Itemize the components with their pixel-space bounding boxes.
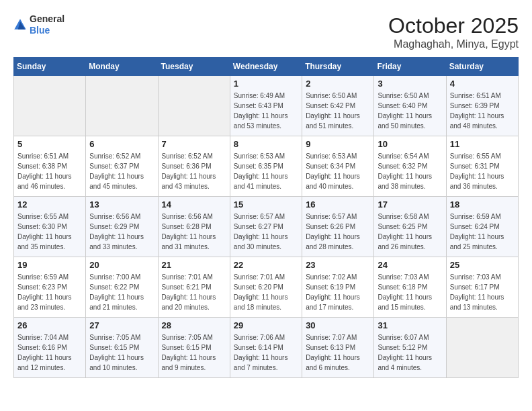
- day-info: Sunrise: 6:51 AM Sunset: 6:38 PM Dayligh…: [17, 151, 82, 191]
- day-of-week-wednesday: Wednesday: [230, 58, 302, 76]
- logo-general: General: [30, 13, 64, 25]
- day-info: Sunrise: 6:57 AM Sunset: 6:26 PM Dayligh…: [306, 212, 370, 252]
- day-info: Sunrise: 6:54 AM Sunset: 6:32 PM Dayligh…: [378, 151, 442, 191]
- page-container: General Blue October 2025 Maghaghah, Min…: [13, 13, 519, 378]
- day-info: Sunrise: 6:07 AM Sunset: 5:12 PM Dayligh…: [378, 332, 442, 373]
- calendar-cell: 20Sunrise: 7:00 AM Sunset: 6:22 PM Dayli…: [86, 257, 158, 318]
- day-info: Sunrise: 7:06 AM Sunset: 6:14 PM Dayligh…: [234, 332, 298, 373]
- calendar-cell: 7Sunrise: 6:52 AM Sunset: 6:36 PM Daylig…: [158, 136, 230, 197]
- day-of-week-saturday: Saturday: [446, 58, 518, 76]
- day-number: 19: [17, 260, 82, 270]
- calendar-cell: 13Sunrise: 6:56 AM Sunset: 6:29 PM Dayli…: [86, 197, 158, 257]
- header-row: SundayMondayTuesdayWednesdayThursdayFrid…: [14, 58, 519, 76]
- calendar-cell: 11Sunrise: 6:55 AM Sunset: 6:31 PM Dayli…: [446, 136, 518, 197]
- day-info: Sunrise: 7:01 AM Sunset: 6:21 PM Dayligh…: [162, 272, 226, 312]
- day-of-week-thursday: Thursday: [302, 58, 374, 76]
- day-info: Sunrise: 7:00 AM Sunset: 6:22 PM Dayligh…: [89, 272, 154, 312]
- calendar-cell: 18Sunrise: 6:59 AM Sunset: 6:24 PM Dayli…: [446, 197, 518, 257]
- day-info: Sunrise: 7:04 AM Sunset: 6:16 PM Dayligh…: [17, 332, 82, 373]
- calendar-cell: 6Sunrise: 6:52 AM Sunset: 6:37 PM Daylig…: [86, 136, 158, 197]
- calendar-cell: 1Sunrise: 6:49 AM Sunset: 6:43 PM Daylig…: [230, 76, 302, 136]
- calendar-cell: 26Sunrise: 7:04 AM Sunset: 6:16 PM Dayli…: [14, 318, 86, 378]
- day-info: Sunrise: 6:49 AM Sunset: 6:43 PM Dayligh…: [234, 91, 298, 131]
- calendar-cell: 30Sunrise: 7:07 AM Sunset: 6:13 PM Dayli…: [302, 318, 374, 378]
- day-number: 21: [162, 260, 226, 270]
- day-info: Sunrise: 6:51 AM Sunset: 6:39 PM Dayligh…: [450, 91, 515, 131]
- day-number: 17: [378, 199, 442, 210]
- logo-icon: [13, 18, 27, 32]
- day-info: Sunrise: 6:59 AM Sunset: 6:23 PM Dayligh…: [17, 272, 82, 312]
- day-info: Sunrise: 6:55 AM Sunset: 6:31 PM Dayligh…: [450, 151, 515, 191]
- calendar-cell: 15Sunrise: 6:57 AM Sunset: 6:27 PM Dayli…: [230, 197, 302, 257]
- title-section: October 2025 Maghaghah, Minya, Egypt: [388, 13, 519, 50]
- calendar-cell: 16Sunrise: 6:57 AM Sunset: 6:26 PM Dayli…: [302, 197, 374, 257]
- calendar-table: SundayMondayTuesdayWednesdayThursdayFrid…: [13, 57, 519, 378]
- day-of-week-tuesday: Tuesday: [158, 58, 230, 76]
- day-number: 25: [450, 260, 515, 270]
- calendar-cell: 9Sunrise: 6:53 AM Sunset: 6:34 PM Daylig…: [302, 136, 374, 197]
- day-number: 24: [378, 260, 442, 270]
- day-info: Sunrise: 6:57 AM Sunset: 6:27 PM Dayligh…: [234, 212, 298, 252]
- location-title: Maghaghah, Minya, Egypt: [388, 38, 519, 50]
- day-number: 8: [234, 139, 298, 149]
- calendar-cell: 24Sunrise: 7:03 AM Sunset: 6:18 PM Dayli…: [374, 257, 446, 318]
- calendar-cell: 25Sunrise: 7:03 AM Sunset: 6:17 PM Dayli…: [446, 257, 518, 318]
- calendar-cell: 5Sunrise: 6:51 AM Sunset: 6:38 PM Daylig…: [14, 136, 86, 197]
- day-info: Sunrise: 6:55 AM Sunset: 6:30 PM Dayligh…: [17, 212, 82, 252]
- logo-blue: Blue: [30, 25, 64, 36]
- day-number: 12: [17, 199, 82, 210]
- calendar-cell: 19Sunrise: 6:59 AM Sunset: 6:23 PM Dayli…: [14, 257, 86, 318]
- calendar-cell: 2Sunrise: 6:50 AM Sunset: 6:42 PM Daylig…: [302, 76, 374, 136]
- day-number: 14: [162, 199, 226, 210]
- day-number: 7: [162, 139, 226, 149]
- day-info: Sunrise: 7:02 AM Sunset: 6:19 PM Dayligh…: [306, 272, 370, 312]
- calendar-cell: 29Sunrise: 7:06 AM Sunset: 6:14 PM Dayli…: [230, 318, 302, 378]
- day-info: Sunrise: 6:58 AM Sunset: 6:25 PM Dayligh…: [378, 212, 442, 252]
- day-number: 23: [306, 260, 370, 270]
- calendar-cell: 28Sunrise: 7:05 AM Sunset: 6:15 PM Dayli…: [158, 318, 230, 378]
- week-row-4: 26Sunrise: 7:04 AM Sunset: 6:16 PM Dayli…: [14, 318, 519, 378]
- day-number: 9: [306, 139, 370, 149]
- header: General Blue October 2025 Maghaghah, Min…: [13, 13, 519, 50]
- calendar-cell: 12Sunrise: 6:55 AM Sunset: 6:30 PM Dayli…: [14, 197, 86, 257]
- calendar-cell: 10Sunrise: 6:54 AM Sunset: 6:32 PM Dayli…: [374, 136, 446, 197]
- day-info: Sunrise: 7:01 AM Sunset: 6:20 PM Dayligh…: [234, 272, 298, 312]
- day-number: 4: [450, 79, 515, 89]
- calendar-cell: 31Sunrise: 6:07 AM Sunset: 5:12 PM Dayli…: [374, 318, 446, 378]
- day-info: Sunrise: 6:53 AM Sunset: 6:34 PM Dayligh…: [306, 151, 370, 191]
- calendar-cell: 17Sunrise: 6:58 AM Sunset: 6:25 PM Dayli…: [374, 197, 446, 257]
- day-number: 28: [162, 320, 226, 330]
- day-number: 15: [234, 199, 298, 210]
- week-row-1: 5Sunrise: 6:51 AM Sunset: 6:38 PM Daylig…: [14, 136, 519, 197]
- day-number: 2: [306, 79, 370, 89]
- day-number: 10: [378, 139, 442, 149]
- day-info: Sunrise: 6:56 AM Sunset: 6:29 PM Dayligh…: [89, 212, 154, 252]
- calendar-cell: 14Sunrise: 6:56 AM Sunset: 6:28 PM Dayli…: [158, 197, 230, 257]
- day-info: Sunrise: 7:03 AM Sunset: 6:17 PM Dayligh…: [450, 272, 515, 312]
- day-of-week-friday: Friday: [374, 58, 446, 76]
- day-number: 30: [306, 320, 370, 330]
- day-number: 1: [234, 79, 298, 89]
- day-info: Sunrise: 7:05 AM Sunset: 6:15 PM Dayligh…: [89, 332, 154, 373]
- day-info: Sunrise: 6:52 AM Sunset: 6:36 PM Dayligh…: [162, 151, 226, 191]
- day-number: 11: [450, 139, 515, 149]
- month-title: October 2025: [388, 13, 519, 38]
- day-info: Sunrise: 6:50 AM Sunset: 6:40 PM Dayligh…: [378, 91, 442, 131]
- day-number: 29: [234, 320, 298, 330]
- calendar-cell: 4Sunrise: 6:51 AM Sunset: 6:39 PM Daylig…: [446, 76, 518, 136]
- calendar-cell: [446, 318, 518, 378]
- day-number: 6: [89, 139, 154, 149]
- calendar-cell: 23Sunrise: 7:02 AM Sunset: 6:19 PM Dayli…: [302, 257, 374, 318]
- calendar-cell: 21Sunrise: 7:01 AM Sunset: 6:21 PM Dayli…: [158, 257, 230, 318]
- day-info: Sunrise: 7:07 AM Sunset: 6:13 PM Dayligh…: [306, 332, 370, 373]
- day-number: 18: [450, 199, 515, 210]
- calendar-cell: 22Sunrise: 7:01 AM Sunset: 6:20 PM Dayli…: [230, 257, 302, 318]
- day-info: Sunrise: 6:52 AM Sunset: 6:37 PM Dayligh…: [89, 151, 154, 191]
- logo: General Blue: [13, 13, 64, 36]
- calendar-cell: 27Sunrise: 7:05 AM Sunset: 6:15 PM Dayli…: [86, 318, 158, 378]
- day-number: 3: [378, 79, 442, 89]
- calendar-cell: 8Sunrise: 6:53 AM Sunset: 6:35 PM Daylig…: [230, 136, 302, 197]
- calendar-cell: [158, 76, 230, 136]
- day-info: Sunrise: 6:59 AM Sunset: 6:24 PM Dayligh…: [450, 212, 515, 252]
- calendar-cell: 3Sunrise: 6:50 AM Sunset: 6:40 PM Daylig…: [374, 76, 446, 136]
